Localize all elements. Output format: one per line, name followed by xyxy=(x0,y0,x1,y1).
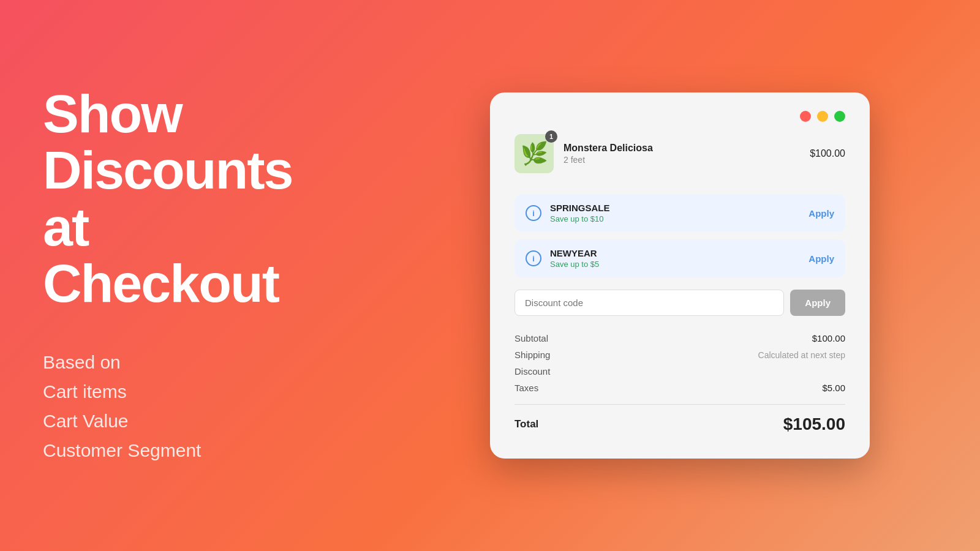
info-icon-2: i xyxy=(526,250,541,266)
shipping-row: Shipping Calculated at next step xyxy=(514,350,845,360)
subtotal-label: Subtotal xyxy=(514,333,548,343)
based-on-list: Based on Cart items Cart Value Customer … xyxy=(43,348,337,465)
discount-code-2: NEWYEAR xyxy=(550,248,800,258)
discount-label: Discount xyxy=(514,366,550,377)
headline-text: Show Discounts at Checkout xyxy=(43,86,337,312)
total-row: Total $105.00 xyxy=(514,404,845,434)
checkout-card: 🌿 1 Monstera Deliciosa 2 feet $100.00 i … xyxy=(490,92,870,459)
taxes-row: Taxes $5.00 xyxy=(514,383,845,393)
discount-code-input[interactable] xyxy=(514,290,784,316)
product-name: Monstera Deliciosa xyxy=(564,143,800,154)
subtotal-value: $100.00 xyxy=(812,333,845,343)
left-panel: Show Discounts at Checkout Based on Cart… xyxy=(0,0,380,551)
discount-code-1: SPRINGSALE xyxy=(550,203,800,213)
criteria-cart-items: Cart items xyxy=(43,377,337,407)
product-badge: 1 xyxy=(545,130,557,143)
discount-offer-1: i SPRINGSALE Save up to $10 Apply xyxy=(514,194,845,232)
shipping-value: Calculated at next step xyxy=(758,350,845,360)
taxes-label: Taxes xyxy=(514,383,538,393)
based-on-label: Based on xyxy=(43,348,337,377)
product-info: Monstera Deliciosa 2 feet xyxy=(564,143,800,165)
close-icon[interactable] xyxy=(800,111,811,122)
product-image-wrap: 🌿 1 xyxy=(514,134,554,173)
apply-button-2[interactable]: Apply xyxy=(809,253,834,264)
window-controls xyxy=(514,111,845,122)
headline: Show Discounts at Checkout xyxy=(43,86,337,312)
discount-offer-content-1: SPRINGSALE Save up to $10 xyxy=(550,203,800,223)
product-size: 2 feet xyxy=(564,155,800,165)
discount-save-1: Save up to $10 xyxy=(550,214,800,223)
discount-row: Discount xyxy=(514,366,845,377)
discount-offer-content-2: NEWYEAR Save up to $5 xyxy=(550,248,800,269)
right-panel: 🌿 1 Monstera Deliciosa 2 feet $100.00 i … xyxy=(380,0,980,551)
subtotal-row: Subtotal $100.00 xyxy=(514,333,845,343)
criteria-customer-segment: Customer Segment xyxy=(43,436,337,465)
criteria-cart-value: Cart Value xyxy=(43,407,337,436)
minimize-icon[interactable] xyxy=(817,111,828,122)
apply-button-1[interactable]: Apply xyxy=(809,208,834,219)
discount-offer-2: i NEWYEAR Save up to $5 Apply xyxy=(514,239,845,277)
maximize-icon[interactable] xyxy=(834,111,845,122)
total-label: Total xyxy=(514,418,538,430)
order-summary: Subtotal $100.00 Shipping Calculated at … xyxy=(514,333,845,434)
discount-input-row: Apply xyxy=(514,290,845,316)
product-price: $100.00 xyxy=(810,148,845,159)
info-icon-1: i xyxy=(526,205,541,221)
shipping-label: Shipping xyxy=(514,350,550,360)
discount-apply-button[interactable]: Apply xyxy=(790,290,845,316)
total-value: $105.00 xyxy=(783,414,845,434)
discount-save-2: Save up to $5 xyxy=(550,260,800,269)
taxes-value: $5.00 xyxy=(822,383,845,393)
product-row: 🌿 1 Monstera Deliciosa 2 feet $100.00 xyxy=(514,134,845,179)
